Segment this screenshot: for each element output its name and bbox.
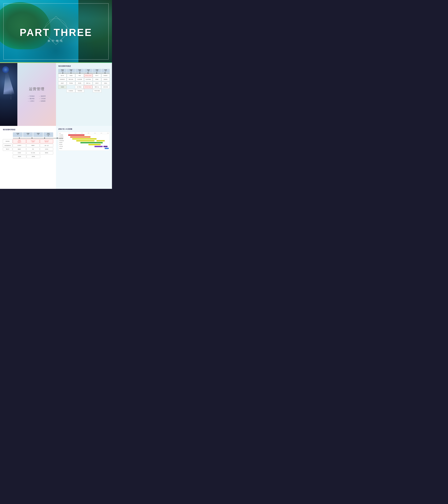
timeline-row-3: 场地复尺 环境式确认 报告调整 视频A Copy 物料采买 流程确认 [58, 82, 110, 85]
ops-col-right: 场地管理 工作流程 延展物料 [39, 95, 46, 102]
gantt-row-6: 彩排训练 [59, 144, 109, 145]
tr4-c1: 场地踏查 [58, 85, 67, 89]
fr1-c3: 全总Keynote上屏500 [26, 139, 40, 143]
tr1-c2: 方案修改 [67, 74, 75, 77]
tr4-c3: 执行方案输出 [75, 85, 83, 89]
gr4-bar-1 [76, 140, 94, 142]
btl-dot-2 [32, 138, 33, 139]
gr6-bars [68, 144, 109, 145]
fr1-c4: 全总Keynote稿准1000 [40, 139, 53, 143]
gantt-date-headers: 12/10 12/12 12/14 12/15 12/16 12/17 12/1… [68, 133, 109, 134]
timeline-dot-6 [105, 72, 106, 73]
gr7-bar-2 [104, 146, 108, 147]
gr6-label: 彩排训练 [59, 144, 68, 145]
gr2-label: AV设备安装 [59, 136, 68, 138]
fr3-c1: 展机入库 [3, 148, 12, 151]
ops-title: 运营管理 [29, 87, 45, 91]
btl-dot-4 [57, 138, 58, 139]
gantt-row-3: 延展区搭建 [59, 138, 109, 140]
timeline-connector-line [58, 73, 110, 73]
ops-item-5: 工作流程 [41, 97, 46, 100]
gh-7: 12/18 [107, 133, 109, 134]
fr2-c4: 最后一次彩 [40, 144, 53, 147]
gantt-label-header: 项目 [59, 133, 68, 134]
tr5-c4-empty [85, 89, 92, 92]
tr3-c6: 流程确认 [101, 82, 110, 85]
tr1-c1: 确认中标 [58, 74, 67, 77]
gh-4: 12/15 [88, 133, 89, 134]
timeline-panel-right: 项目前期时间推进 活动前11周 活动前7周 活动前4周 活动前3周 活动前15天… [56, 63, 112, 126]
fr2-c3: 微建修补 [26, 144, 40, 147]
ops-management-panel: 运营管理 时间推进 团队构架 人员简介 场地管理 工作流程 延展物料 [17, 63, 56, 126]
bth-1: 活动前4天 [13, 132, 23, 137]
fr5-c1-empty [3, 155, 12, 158]
fr3-c2: 微建修补 [13, 148, 26, 151]
fr4-c1-empty [3, 151, 12, 154]
slide3-right-gantt: 进场计划 -AV及搭建 项目 12/10 12/12 12/14 12/15 1… [56, 126, 112, 189]
comet-visual [0, 63, 17, 126]
gr7-bar-1 [94, 146, 103, 147]
ops-item-6: 延展物料 [41, 100, 46, 102]
gr5-bar-1 [80, 142, 103, 143]
tr3-c4: 视频A Copy [84, 82, 92, 85]
slide3-detailed: 项目前期时间推进 活动前4天 活动前2天 活动前1天 活动日(12月18日!) … [0, 126, 112, 189]
gantt-row-7: VIP区布置 [59, 146, 109, 147]
fr5-c2: 展机刷机 [13, 155, 26, 158]
tr4-c5: 视频B Copy [93, 85, 101, 89]
slide2-left-panel: NOVA OF VIEW [0, 63, 17, 126]
fr1-c1: 项目前提述 [3, 139, 12, 143]
gantt-row-5: 展机部署 [59, 142, 109, 143]
timeline-row-2: 原条物料采材 视频方向确认 主会流程调整 主会DEMO确认 延展确认 进场协调会 [58, 78, 110, 81]
part-three-title: PART THREE [0, 27, 112, 38]
part-three-subtitle: 执行细化 [0, 39, 112, 43]
tr4-c4-highlighted: 展区稿改开始确认 [84, 85, 92, 89]
tr5-c1-empty [58, 89, 66, 92]
tr1-c6: 制作物装车 [101, 74, 110, 77]
tr3-c1: 场地复尺 [58, 82, 67, 85]
timeline-dot-4 [88, 72, 89, 73]
tr1-c3: KV确认 [75, 74, 84, 77]
gantt-row-1: 主会场搭建 [59, 134, 109, 136]
gr4-bars [68, 140, 109, 142]
bth-4: 活动日(12月18日!) [43, 132, 53, 137]
gh-2: 12/12 [75, 133, 76, 134]
fr4-c2: 技术彩排 [13, 151, 26, 154]
page-wrapper: PART THREE 执行细化 NOVA OF VIEW 运营管理 时间推进 团… [0, 0, 112, 189]
fr5-c4-empty [41, 155, 53, 158]
gh-6: 12/17 [101, 133, 102, 134]
timeline-dot-1 [62, 72, 63, 73]
gr3-bar-1 [72, 138, 96, 140]
timeline-headers: 活动前11周 活动前7周 活动前4周 活动前3周 活动前15天 活动前5天 [58, 69, 110, 72]
flow-row-5: 展机刷机 延展试跑 [3, 155, 53, 158]
ops-item-1: 时间推进 [30, 95, 35, 97]
th-3: 活动前4周 [75, 69, 84, 72]
gr8-label: 活动执行 [59, 148, 68, 149]
flow-row-2: 流程进场物料准备 主会现交升 微建修补 最后一次彩 [3, 144, 53, 147]
flow-row-4: 技术彩排 第三方培训 物料回收 [3, 151, 53, 154]
bottom-timeline-headers: 活动前4天 活动前2天 活动前1天 活动日(12月18日!) [13, 132, 53, 137]
timeline-section-title: 项目前期时间推进 [58, 65, 110, 67]
ops-col-left: 时间推进 团队构架 人员简介 [28, 95, 35, 102]
tr5-c5: VIP接待方案确认 [93, 89, 101, 92]
th-1: 活动前11周 [58, 69, 67, 72]
tr3-c5: 物料采买 [93, 82, 101, 85]
gantt-row-2: AV设备安装 [59, 136, 109, 138]
tr5-c3: 平面延展修改 [75, 89, 84, 92]
gr2-bar-1 [70, 136, 90, 138]
timeline-row-1: 确认中标 方案修改 KV确认 最终确认合同签署 制作开工 制作物装车 [58, 74, 110, 77]
tr1-c5: 制作开工 [93, 74, 101, 77]
tr2-c3: 主会流程调整 [75, 78, 84, 81]
fr2-c1: 流程进场物料准备 [3, 144, 12, 147]
fr2-c2: 主会现交升 [13, 144, 26, 147]
fr4-c3: 第三方培训 [26, 151, 40, 154]
gr4-bar-2 [96, 140, 105, 142]
gh-3: 12/14 [81, 133, 83, 134]
slide1-content: PART THREE 执行细化 [0, 27, 112, 43]
gh-5: 12/16 [94, 133, 96, 134]
timeline-dot-3 [79, 72, 80, 73]
nova-label: NOVA OF VIEW [11, 89, 12, 100]
tr3-c2: 环境式确认 [67, 82, 75, 85]
timeline-dot-5 [96, 72, 97, 73]
tr2-c5: 延展确认 [93, 78, 101, 81]
slide1-hero: PART THREE 执行细化 [0, 0, 112, 63]
